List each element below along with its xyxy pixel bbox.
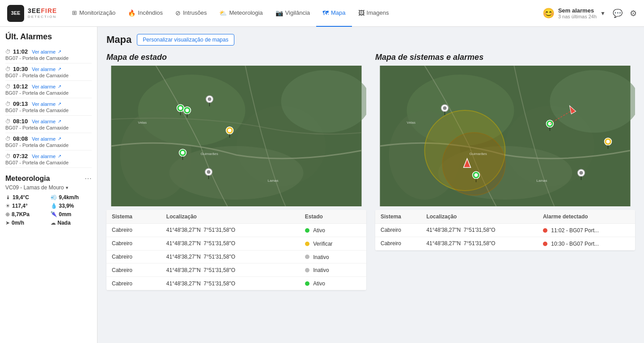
- customize-maps-button[interactable]: Personalizar visualização de mapas: [137, 34, 234, 46]
- alarm-location: BG07 - Portela de Carnaxide: [5, 160, 92, 165]
- nav-items: ⊞ Monitorização 🔥 Incêndios ⊘ Intrusões …: [66, 0, 542, 27]
- nav-item-map[interactable]: 🗺 Mapa: [316, 0, 352, 27]
- external-link-icon[interactable]: ↗: [58, 49, 61, 54]
- alarm-time: 09:13: [13, 100, 28, 107]
- clock-icon: ⏱: [5, 118, 11, 125]
- top-nav: 3EE 3EEFIRE DETECTION ⊞ Monitorização 🔥 …: [0, 0, 644, 27]
- right-map-section: Mapa de sistemas e alarmes: [375, 53, 635, 290]
- maps-row: Mapa de estado: [106, 53, 635, 290]
- external-link-icon[interactable]: ↗: [58, 154, 61, 159]
- rain-icon: 🌂: [51, 211, 57, 218]
- external-link-icon[interactable]: ↗: [58, 119, 61, 124]
- svg-text:Velas: Velas: [407, 121, 416, 125]
- alarm-location: BG07 - Portela de Carnaxide: [5, 55, 92, 61]
- svg-text:Guimarães: Guimarães: [201, 152, 218, 156]
- alarm-time: 07:32: [13, 153, 28, 159]
- fire-icon: 🔥: [128, 9, 136, 17]
- col-localizacao-r: Localização: [421, 210, 538, 224]
- nav-item-intrusions[interactable]: ⊘ Intrusões: [169, 0, 213, 27]
- svg-text:Guimarães: Guimarães: [470, 152, 487, 156]
- right-map-table: Sistema Localização Alarme detectado Cab…: [375, 210, 635, 251]
- wind-dir-icon: ➤: [5, 220, 10, 226]
- alarm-time: 10:12: [13, 83, 28, 90]
- col-alarme: Alarme detectado: [538, 210, 635, 224]
- rain-value: 0mm: [59, 211, 72, 218]
- intrusion-icon: ⊘: [175, 9, 181, 17]
- svg-text:Lamas: Lamas: [537, 179, 547, 183]
- alarm-time: 10:30: [13, 66, 28, 72]
- left-map-table: Sistema Localização Estado Cabreiro 41°4…: [106, 210, 366, 290]
- page-header: Mapa Personalizar visualização de mapas: [106, 34, 635, 46]
- table-row: Cabreiro 41°48'38,27"N 7°51'31,58"O 10:3…: [375, 237, 635, 250]
- nav-item-vigilance[interactable]: 📷 Vigilância: [269, 0, 316, 27]
- left-map-section: Mapa de estado: [106, 53, 366, 290]
- nav-item-meteo[interactable]: ⛅ Meteorologia: [213, 0, 269, 27]
- table-row: Cabreiro 41°48'38,27"N 7°51'31,58"O 11:0…: [375, 224, 635, 237]
- clock-icon: ⏱: [5, 101, 11, 107]
- list-item: ⏱ 09:13 Ver alarme ↗ BG07 - Portela de C…: [5, 98, 92, 116]
- nav-item-fires[interactable]: 🔥 Incêndios: [122, 0, 169, 27]
- alarm-link[interactable]: Ver alarme: [32, 84, 55, 89]
- col-sistema: Sistema: [106, 210, 161, 224]
- left-map-container[interactable]: Velas Guimarães Lamas: [106, 66, 366, 206]
- radiation-value: 117,4°: [12, 203, 28, 209]
- meteo-station[interactable]: VC09 - Lamas de Mouro ▾: [5, 184, 92, 191]
- meteo-more-icon[interactable]: ⋯: [85, 174, 92, 183]
- clock-icon: ⏱: [5, 66, 11, 72]
- clouds-icon: ☁: [51, 220, 56, 226]
- svg-point-13: [186, 109, 189, 112]
- nav-item-images[interactable]: 🖼 Imagens: [352, 0, 395, 27]
- list-item: ⏱ 07:32 Ver alarme ↗ BG07 - Portela de C…: [5, 151, 92, 168]
- right-map-title: Mapa de sistemas e alarmes: [375, 53, 635, 62]
- meteo-wind-speed: 💨 9,4km/h: [51, 194, 92, 201]
- settings-icon[interactable]: ⚙: [630, 8, 637, 18]
- humidity-value: 33,9%: [59, 203, 74, 209]
- list-item: ⏱ 10:30 Ver alarme ↗ BG07 - Portela de C…: [5, 63, 92, 81]
- svg-point-34: [443, 133, 505, 195]
- external-link-icon[interactable]: ↗: [58, 67, 61, 71]
- table-row: Cabreiro 41°48'38,27"N 7°51'31,58"O Ativ…: [106, 224, 366, 237]
- svg-point-25: [207, 170, 211, 174]
- table-row: Cabreiro 41°48'38,27"N 7°51'31,58"O Inat…: [106, 264, 366, 277]
- alarm-status[interactable]: 😊 Sem alarmes 3 nas últimas 24h ▼: [542, 7, 606, 19]
- logo[interactable]: 3EE 3EEFIRE DETECTION: [7, 5, 57, 22]
- humidity-icon: 💧: [51, 203, 57, 209]
- alarm-location: BG07 - Portela de Carnaxide: [5, 73, 92, 78]
- meteo-temp: 🌡 19,4°C: [5, 194, 47, 201]
- alarm-link[interactable]: Ver alarme: [32, 154, 55, 159]
- right-map-container[interactable]: Velas Guimarães Lamas: [375, 66, 635, 206]
- map-icon: 🗺: [322, 9, 329, 17]
- alarm-link[interactable]: Ver alarme: [32, 49, 55, 54]
- external-link-icon[interactable]: ↗: [58, 136, 61, 141]
- messages-icon[interactable]: 💬: [613, 8, 623, 18]
- table-row: Cabreiro 41°48'38,27"N 7°51'31,58"O Ativ…: [106, 277, 366, 290]
- svg-point-48: [443, 106, 447, 110]
- alarm-link[interactable]: Ver alarme: [32, 119, 55, 124]
- table-row: Cabreiro 41°48'38,27"N 7°51'31,58"O Veri…: [106, 237, 366, 250]
- smiley-icon: 😊: [542, 8, 555, 19]
- alarm-location: BG07 - Portela de Carnaxide: [5, 90, 92, 96]
- col-sistema-r: Sistema: [375, 210, 421, 224]
- external-link-icon[interactable]: ↗: [58, 101, 61, 106]
- alarm-time: 08:10: [13, 118, 28, 125]
- page-title: Mapa: [106, 34, 131, 46]
- alarm-link[interactable]: Ver alarme: [32, 101, 55, 107]
- alarm-location: BG07 - Portela de Carnaxide: [5, 108, 92, 113]
- main-content: Mapa Personalizar visualização de mapas …: [97, 27, 644, 343]
- alarm-link[interactable]: Ver alarme: [32, 67, 55, 72]
- clock-icon: ⏱: [5, 84, 11, 90]
- images-icon: 🖼: [358, 9, 364, 17]
- wind-icon: 💨: [51, 194, 57, 201]
- left-map-title: Mapa de estado: [106, 53, 366, 62]
- external-link-icon[interactable]: ↗: [58, 84, 61, 89]
- alarm-list: ⏱ 11:02 Ver alarme ↗ BG07 - Portela de C…: [5, 46, 92, 168]
- meteo-wind-dir: ➤ 0m/h: [5, 220, 47, 226]
- alarm-location: BG07 - Portela de Carnaxide: [5, 142, 92, 148]
- nav-item-monitoring[interactable]: ⊞ Monitorização: [66, 0, 122, 27]
- alarm-link[interactable]: Ver alarme: [32, 136, 55, 142]
- svg-point-54: [606, 140, 610, 143]
- alarm-time: 11:02: [13, 48, 28, 55]
- meteo-humidity: 💧 33,9%: [51, 203, 92, 209]
- logo-text: 3EEFIRE DETECTION: [28, 7, 57, 19]
- temp-value: 19,4°C: [13, 194, 29, 201]
